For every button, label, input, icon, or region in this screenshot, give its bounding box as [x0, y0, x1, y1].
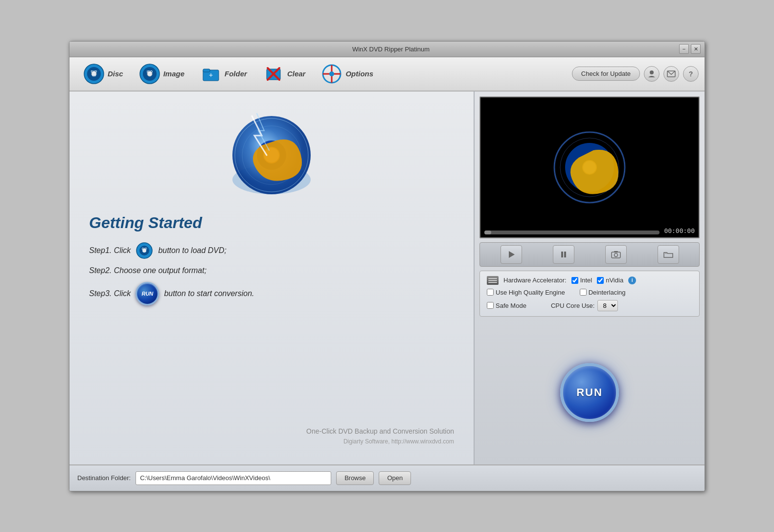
titlebar: WinX DVD Ripper Platinum − ✕: [69, 42, 705, 57]
cpu-core-select[interactable]: 8 4 2 1: [597, 300, 618, 311]
titlebar-controls: − ✕: [679, 44, 701, 54]
safe-mode-group: Safe Mode: [487, 302, 526, 309]
check-update-button[interactable]: Check for Update: [572, 67, 640, 81]
play-icon: [507, 251, 515, 258]
open-folder-button[interactable]: [658, 245, 679, 264]
deinterlacing-checkbox[interactable]: [580, 289, 587, 296]
high-quality-group: Use High Quality Engine: [487, 289, 565, 296]
svg-rect-43: [614, 251, 618, 253]
clear-label: Clear: [287, 69, 306, 78]
options-label: Options: [345, 69, 373, 78]
dvd-hero-image: [223, 106, 320, 204]
account-icon: [647, 69, 656, 78]
open-folder-icon: [663, 251, 673, 258]
step2: Step2. Choose one output format;: [89, 266, 254, 275]
hw-accelerator-label: Hardware Accelerator:: [503, 277, 567, 284]
hw-accelerator-row: Hardware Accelerator: Intel nVidia i: [487, 276, 692, 285]
close-button[interactable]: ✕: [691, 44, 701, 54]
minimize-button[interactable]: −: [679, 44, 689, 54]
screenshot-icon: [611, 251, 621, 258]
clear-icon: [263, 63, 284, 85]
step1-disc-icon: DVD: [136, 242, 153, 259]
main-window: WinX DVD Ripper Platinum − ✕ DVD ●●● Dis…: [69, 41, 705, 491]
getting-started-title: Getting Started: [89, 214, 202, 232]
step1-post: button to load DVD;: [158, 246, 227, 255]
safe-mode-label[interactable]: Safe Mode: [496, 302, 526, 309]
video-preview: 00:00:00: [479, 96, 700, 238]
play-button[interactable]: [501, 245, 522, 264]
svg-rect-39: [561, 252, 563, 257]
toolbar-right: Check for Update ?: [572, 66, 699, 82]
left-panel: Getting Started Step1. Click DVD button …: [69, 92, 475, 464]
step3: Step3. Click RUN button to start convers…: [89, 282, 254, 305]
svg-point-18: [329, 71, 334, 76]
step2-text: Step2. Choose one output format;: [89, 266, 206, 275]
video-timecode: 00:00:00: [664, 227, 695, 234]
clear-button[interactable]: Clear: [255, 59, 314, 89]
playback-controls: [479, 242, 700, 267]
open-button[interactable]: Open: [379, 471, 411, 485]
right-panel: 00:00:00: [475, 92, 705, 464]
svg-point-42: [614, 253, 617, 256]
step3-pre: Step3. Click: [89, 289, 131, 298]
intel-checkbox[interactable]: [571, 277, 578, 284]
disc-icon: DVD ●●●: [83, 63, 105, 85]
bottom-bar: Destination Folder: Browse Open: [69, 464, 705, 491]
deinterlacing-label[interactable]: Deinterlacing: [589, 289, 626, 296]
svg-point-19: [650, 70, 654, 74]
copyright: Digiarty Software, http://www.winxdvd.co…: [343, 438, 454, 445]
intel-checkbox-group: Intel: [571, 277, 592, 284]
run-badge-small: RUN: [136, 282, 159, 305]
nvidia-checkbox[interactable]: [597, 277, 604, 284]
high-quality-label[interactable]: Use High Quality Engine: [496, 289, 565, 296]
hw-accelerator-icon: [487, 276, 499, 285]
safe-mode-row: Safe Mode CPU Core Use: 8 4 2 1: [487, 300, 692, 311]
tagline: One-Click DVD Backup and Conversion Solu…: [306, 427, 454, 435]
step3-post: button to start conversion.: [164, 289, 254, 298]
cpu-core-group: CPU Core Use: 8 4 2 1: [551, 300, 618, 311]
intel-label[interactable]: Intel: [580, 277, 592, 284]
settings-area: Hardware Accelerator: Intel nVidia i: [479, 271, 700, 317]
folder-icon: +: [200, 63, 222, 85]
svg-rect-40: [564, 252, 566, 257]
disc-label: Disc: [108, 69, 123, 78]
svg-text:+: +: [209, 71, 213, 79]
video-seekbar[interactable]: [484, 231, 660, 234]
nvidia-label[interactable]: nVidia: [606, 277, 623, 284]
safe-mode-checkbox[interactable]: [487, 302, 494, 309]
pause-button[interactable]: [553, 245, 574, 264]
window-title: WinX DVD Ripper Platinum: [103, 46, 679, 53]
help-button[interactable]: ?: [683, 66, 699, 82]
account-button[interactable]: [644, 66, 660, 82]
svg-marker-38: [509, 251, 515, 258]
image-label: Image: [163, 69, 184, 78]
folder-button[interactable]: + Folder: [192, 59, 255, 89]
step1: Step1. Click DVD button to load DVD;: [89, 242, 254, 259]
options-icon: [321, 63, 342, 85]
email-icon: [667, 70, 676, 77]
email-button[interactable]: [663, 66, 679, 82]
browse-button[interactable]: Browse: [336, 471, 374, 485]
quality-row: Use High Quality Engine Deinterlacing: [487, 289, 692, 296]
image-icon: ISO: [139, 63, 160, 85]
run-button-container: RUN: [479, 321, 700, 460]
steps-container: Step1. Click DVD button to load DVD; Ste…: [89, 242, 254, 305]
run-button[interactable]: RUN: [560, 363, 619, 422]
options-button[interactable]: Options: [313, 59, 381, 89]
high-quality-checkbox[interactable]: [487, 289, 494, 296]
nvidia-checkbox-group: nVidia: [597, 277, 623, 284]
preview-dvd-logo: [550, 128, 629, 207]
screenshot-button[interactable]: [605, 245, 627, 264]
info-badge[interactable]: i: [628, 277, 636, 284]
main-area: Getting Started Step1. Click DVD button …: [69, 92, 705, 464]
svg-text:DVD: DVD: [91, 70, 97, 73]
disc-button[interactable]: DVD ●●● Disc: [75, 59, 131, 89]
deinterlacing-group: Deinterlacing: [580, 289, 626, 296]
step1-pre: Step1. Click: [89, 246, 131, 255]
video-seekbar-fill: [484, 231, 491, 234]
image-button[interactable]: ISO Image: [131, 59, 192, 89]
help-icon: ?: [689, 70, 693, 78]
destination-input[interactable]: [136, 471, 331, 485]
svg-text:●●●: ●●●: [91, 74, 96, 77]
svg-text:ISO: ISO: [147, 70, 153, 73]
